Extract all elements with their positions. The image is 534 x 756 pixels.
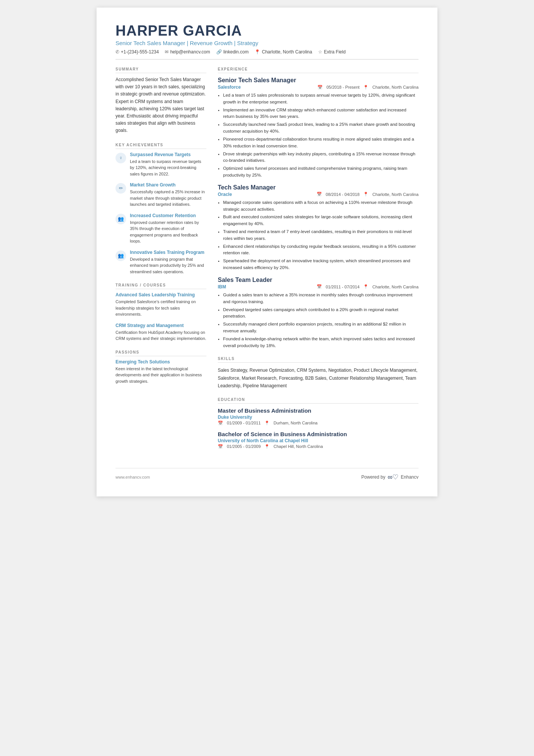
extra-contact: ☆ Extra Field <box>318 49 345 55</box>
training-title: TRAINING / COURSES <box>116 283 206 289</box>
job-date-loc-1: 📅 05/2018 - Present 📍 Charlotte, North C… <box>317 85 418 90</box>
passion-desc-1: Keen interest in the latest technologica… <box>116 366 206 385</box>
footer-logo: Powered by ∞♡ Enhancv <box>361 473 418 481</box>
training-section: TRAINING / COURSES Advanced Sales Leader… <box>116 283 206 342</box>
header: HARPER GARCIA Senior Tech Sales Manager … <box>116 23 418 59</box>
summary-text: Accomplished Senior Tech Sales Manager w… <box>116 76 206 135</box>
footer-website: www.enhancv.com <box>116 475 150 479</box>
bullet-2-2: Built and executed customized sales stra… <box>223 214 418 227</box>
phone-icon: ✆ <box>116 49 119 55</box>
email-contact: ✉ help@enhancv.com <box>165 49 210 55</box>
bullet-3-2: Developed targeted sales campaigns which… <box>223 307 418 320</box>
location-icon: 📍 <box>255 49 260 55</box>
achievement-item-4: 👥 Innovative Sales Training Program Deve… <box>116 250 206 275</box>
passions-section: PASSIONS Emerging Tech Solutions Keen in… <box>116 350 206 385</box>
edu-meta-1: 📅 01/2009 - 01/2011 📍 Durham, North Caro… <box>218 421 418 426</box>
linkedin-icon: 🔗 <box>216 49 222 55</box>
candidate-name: HARPER GARCIA <box>116 23 418 39</box>
training-item-2: CRM Strategy and Management Certificatio… <box>116 323 206 342</box>
footer: www.enhancv.com Powered by ∞♡ Enhancv <box>116 468 418 481</box>
training-name-2: CRM Strategy and Management <box>116 323 206 328</box>
resume-page: HARPER GARCIA Senior Tech Sales Manager … <box>97 8 437 496</box>
job-company-2: Oracle <box>218 192 232 197</box>
edu-cal-icon-1: 📅 <box>218 421 223 426</box>
linkedin-contact: 🔗 linkedin.com <box>216 49 249 55</box>
skills-text: Sales Strategy, Revenue Optimization, CR… <box>218 366 418 390</box>
job-company-1: Salesforce <box>218 85 241 90</box>
bullet-3-1: Guided a sales team to achieve a 35% inc… <box>223 292 418 305</box>
location-icon-2: 📍 <box>363 192 368 197</box>
left-column: SUMMARY Accomplished Senior Tech Sales M… <box>116 67 206 457</box>
passion-name-1: Emerging Tech Solutions <box>116 359 206 365</box>
training-name-1: Advanced Sales Leadership Training <box>116 292 206 297</box>
training-desc-2: Certification from HubSpot Academy focus… <box>116 329 206 342</box>
summary-title: SUMMARY <box>116 67 206 73</box>
achievement-icon-3: 👥 <box>116 214 126 224</box>
bullet-2-4: Enhanced client relationships by conduct… <box>223 243 418 257</box>
powered-by-text: Powered by <box>361 474 385 480</box>
bullet-1-5: Drove strategic partnerships with key in… <box>223 151 418 164</box>
star-icon: ☆ <box>318 49 322 55</box>
passion-item-1: Emerging Tech Solutions Keen interest in… <box>116 359 206 385</box>
edu-degree-2: Bachelor of Science in Business Administ… <box>218 431 418 437</box>
edu-school-1: Duke University <box>218 415 418 420</box>
edu-degree-1: Master of Business Administration <box>218 407 418 414</box>
education-section: EDUCATION Master of Business Administrat… <box>218 398 418 449</box>
education-title: EDUCATION <box>218 398 418 404</box>
job-3: Sales Team Leader IBM 📅 01/2011 - 07/201… <box>218 277 418 349</box>
achievement-title-1: Surpassed Revenue Targets <box>130 152 206 157</box>
job-title-2: Tech Sales Manager <box>218 184 418 191</box>
edu-school-2: University of North Carolina at Chapel H… <box>218 438 418 443</box>
edu-loc-icon-2: 📍 <box>264 444 270 449</box>
achievement-icon-2: ✏ <box>116 183 126 194</box>
achievement-desc-4: Developed a training program that enhanc… <box>130 256 206 275</box>
experience-section: EXPERIENCE Senior Tech Sales Manager Sal… <box>218 67 418 349</box>
job-date-loc-2: 📅 08/2014 - 04/2018 📍 Charlotte, North C… <box>317 192 418 197</box>
brand-name: Enhancv <box>401 474 418 480</box>
bullet-2-3: Trained and mentored a team of 7 entry-l… <box>223 229 418 242</box>
training-desc-1: Completed Salesforce's certified trainin… <box>116 299 206 318</box>
achievement-title-3: Increased Customer Retention <box>130 213 206 218</box>
achievement-title-4: Innovative Sales Training Program <box>130 250 206 255</box>
location-icon-3: 📍 <box>363 284 368 289</box>
bullet-2-1: Managed corporate sales operations with … <box>223 199 418 213</box>
job-bullets-2: Managed corporate sales operations with … <box>223 199 418 271</box>
achievement-title-2: Market Share Growth <box>130 182 206 188</box>
bullet-1-6: Optimized sales funnel processes and ins… <box>223 165 418 179</box>
bullet-3-4: Founded a knowledge-sharing network with… <box>223 336 418 349</box>
bullet-1-1: Led a team of 15 sales professionals to … <box>223 92 418 106</box>
contact-bar: ✆ +1-(234)-555-1234 ✉ help@enhancv.com 🔗… <box>116 49 418 59</box>
location-contact: 📍 Charlotte, North Carolina <box>255 49 312 55</box>
email-icon: ✉ <box>165 49 169 55</box>
edu-item-1: Master of Business Administration Duke U… <box>218 407 418 426</box>
bullet-2-5: Spearheaded the deployment of an innovat… <box>223 258 418 271</box>
edu-item-2: Bachelor of Science in Business Administ… <box>218 431 418 449</box>
job-meta-1: Salesforce 📅 05/2018 - Present 📍 Charlot… <box>218 85 418 90</box>
location-icon-1: 📍 <box>363 85 368 90</box>
key-achievements-section: KEY ACHIEVEMENTS ♀ Surpassed Revenue Tar… <box>116 143 206 275</box>
achievement-item-1: ♀ Surpassed Revenue Targets Led a team t… <box>116 152 206 177</box>
skills-section: SKILLS Sales Strategy, Revenue Optimizat… <box>218 357 418 390</box>
key-achievements-title: KEY ACHIEVEMENTS <box>116 143 206 149</box>
passions-title: PASSIONS <box>116 350 206 356</box>
job-1: Senior Tech Sales Manager Salesforce 📅 0… <box>218 77 418 179</box>
achievement-desc-2: Successfully captured a 25% increase in … <box>130 189 206 208</box>
training-item-1: Advanced Sales Leadership Training Compl… <box>116 292 206 318</box>
calendar-icon-2: 📅 <box>317 192 322 197</box>
achievement-desc-3: Improved customer retention rates by 35%… <box>130 219 206 244</box>
main-layout: SUMMARY Accomplished Senior Tech Sales M… <box>116 67 418 457</box>
job-title-3: Sales Team Leader <box>218 277 418 283</box>
job-bullets-3: Guided a sales team to achieve a 35% inc… <box>223 292 418 349</box>
job-title-1: Senior Tech Sales Manager <box>218 77 418 84</box>
experience-title: EXPERIENCE <box>218 67 418 73</box>
achievement-icon-1: ♀ <box>116 153 126 163</box>
summary-section: SUMMARY Accomplished Senior Tech Sales M… <box>116 67 206 135</box>
edu-cal-icon-2: 📅 <box>218 444 223 449</box>
edu-meta-2: 📅 01/2005 - 01/2009 📍 Chapel Hill, North… <box>218 444 418 449</box>
logo-icon: ∞♡ <box>387 473 398 481</box>
bullet-3-3: Successfully managed client portfolio ex… <box>223 321 418 335</box>
calendar-icon-1: 📅 <box>317 85 323 90</box>
job-meta-2: Oracle 📅 08/2014 - 04/2018 📍 Charlotte, … <box>218 192 418 197</box>
bullet-1-4: Pioneered cross-departmental collaborati… <box>223 136 418 150</box>
job-2: Tech Sales Manager Oracle 📅 08/2014 - 04… <box>218 184 418 271</box>
